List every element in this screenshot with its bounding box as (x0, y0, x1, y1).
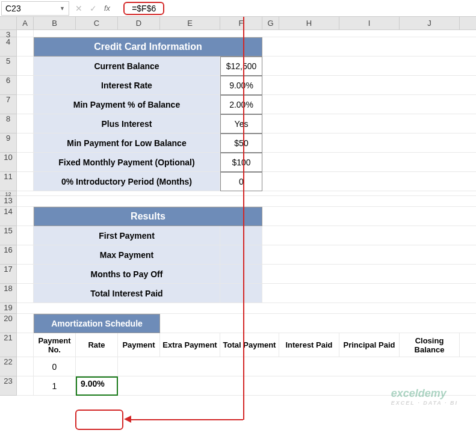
cell[interactable] (460, 333, 476, 357)
col-header-i[interactable]: I (339, 17, 400, 30)
cell[interactable] (17, 114, 34, 133)
results-value[interactable] (220, 226, 262, 245)
cell[interactable] (17, 357, 34, 376)
row-header[interactable]: 23 (0, 376, 17, 396)
cell[interactable] (17, 196, 476, 207)
cell[interactable] (160, 314, 476, 333)
row-header[interactable]: 8 (0, 114, 17, 133)
results-value[interactable] (220, 284, 262, 303)
row-header[interactable]: 22 (0, 357, 17, 376)
cell-reference: C23 (5, 4, 21, 13)
amort-cell[interactable]: 1 (34, 376, 76, 396)
results-value[interactable] (220, 265, 262, 284)
info-value[interactable]: Yes (220, 114, 262, 133)
cell[interactable] (17, 37, 34, 57)
cell[interactable] (17, 303, 476, 314)
cell[interactable] (17, 95, 34, 114)
cell[interactable] (262, 95, 476, 114)
cell[interactable] (17, 153, 34, 172)
row-header[interactable]: 11 (0, 172, 17, 191)
amort-header: Payment (118, 333, 160, 357)
cell[interactable] (17, 314, 34, 333)
info-value[interactable]: $50 (220, 133, 262, 153)
select-all-corner[interactable] (0, 17, 17, 30)
cell[interactable] (262, 284, 476, 303)
col-header-k[interactable] (460, 17, 476, 30)
row-header[interactable]: 12 (0, 191, 17, 196)
col-header-f[interactable]: F (220, 17, 262, 30)
row-header[interactable]: 10 (0, 153, 17, 172)
cell[interactable] (17, 284, 34, 303)
info-value[interactable]: $100 (220, 153, 262, 172)
col-header-d[interactable]: D (118, 17, 160, 30)
row-header[interactable]: 16 (0, 245, 17, 265)
cell[interactable] (118, 357, 476, 376)
row-header[interactable]: 20 (0, 314, 17, 333)
dropdown-arrow-icon[interactable]: ▼ (60, 5, 65, 11)
row-header[interactable]: 13 (0, 196, 17, 207)
cell[interactable] (17, 172, 34, 191)
info-value[interactable]: 9.00% (220, 76, 262, 95)
cell[interactable] (262, 172, 476, 191)
cell[interactable] (262, 153, 476, 172)
results-value[interactable] (220, 245, 262, 265)
col-header-g[interactable]: G (262, 17, 279, 30)
col-header-b[interactable]: B (34, 17, 76, 30)
cell[interactable] (17, 30, 34, 37)
row-header[interactable]: 19 (0, 303, 17, 314)
amort-cell[interactable]: 0 (34, 357, 76, 376)
cell[interactable] (262, 207, 476, 226)
spreadsheet-grid[interactable]: A B C D E F G H I J 3 4 Credit Card Info… (0, 17, 476, 396)
cell[interactable] (17, 265, 34, 284)
cell[interactable] (17, 133, 34, 153)
row-header[interactable]: 17 (0, 265, 17, 284)
info-label: Min Payment % of Balance (34, 95, 220, 114)
cell[interactable] (262, 265, 476, 284)
section-header-info: Credit Card Information (34, 37, 262, 57)
row-header[interactable]: 14 (0, 207, 17, 226)
cell[interactable] (17, 245, 34, 265)
cell[interactable] (262, 226, 476, 245)
cell[interactable] (262, 76, 476, 95)
row-header[interactable]: 15 (0, 226, 17, 245)
row-header[interactable]: 7 (0, 95, 17, 114)
cancel-icon[interactable]: ✕ (75, 4, 82, 13)
formula-input[interactable]: =$F$6 (120, 1, 476, 16)
cell[interactable] (262, 133, 476, 153)
name-box[interactable]: C23 ▼ (1, 1, 69, 16)
cell[interactable] (262, 37, 476, 57)
fx-icon[interactable]: fx (104, 4, 110, 13)
cell[interactable] (17, 191, 476, 196)
info-value[interactable]: $12,500 (220, 57, 262, 76)
info-value[interactable]: 0 (220, 172, 262, 191)
cell[interactable] (262, 245, 476, 265)
cell[interactable] (17, 226, 34, 245)
cell[interactable] (262, 114, 476, 133)
cell[interactable] (262, 57, 476, 76)
col-header-h[interactable]: H (279, 17, 339, 30)
row-header[interactable]: 21 (0, 333, 17, 357)
col-header-e[interactable]: E (160, 17, 220, 30)
enter-icon[interactable]: ✓ (90, 4, 97, 13)
row-header[interactable]: 18 (0, 284, 17, 303)
row-header[interactable]: 5 (0, 57, 17, 76)
cell[interactable] (17, 76, 34, 95)
row-header[interactable]: 9 (0, 133, 17, 153)
cell[interactable] (17, 333, 34, 357)
col-header-a[interactable]: A (17, 17, 34, 30)
selected-cell-c23[interactable]: 9.00% (76, 376, 118, 396)
row-header[interactable]: 6 (0, 76, 17, 95)
row-header[interactable]: 3 (0, 30, 17, 37)
cell[interactable] (17, 376, 34, 396)
cell[interactable] (34, 30, 476, 37)
info-value[interactable]: 2.00% (220, 95, 262, 114)
amort-cell[interactable] (76, 357, 118, 376)
row-header[interactable]: 4 (0, 37, 17, 57)
cell[interactable] (17, 57, 34, 76)
results-label: Months to Pay Off (34, 265, 220, 284)
cell[interactable] (118, 376, 476, 396)
col-header-j[interactable]: J (400, 17, 460, 30)
col-header-c[interactable]: C (76, 17, 118, 30)
formula-bar: C23 ▼ ✕ ✓ fx =$F$6 (0, 0, 476, 17)
cell[interactable] (17, 207, 34, 226)
